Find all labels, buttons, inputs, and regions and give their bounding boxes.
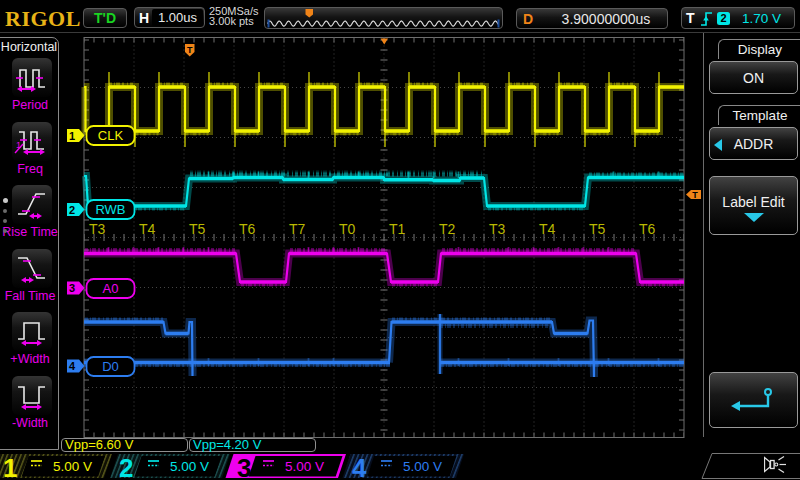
svg-text:T5: T5 xyxy=(589,221,606,237)
svg-text:T: T xyxy=(187,45,193,55)
svg-text:T7: T7 xyxy=(289,221,306,237)
svg-text:1: 1 xyxy=(69,130,75,142)
svg-text:T1: T1 xyxy=(389,221,406,237)
svg-text:CLK: CLK xyxy=(98,128,124,143)
svg-text:2: 2 xyxy=(119,453,133,480)
svg-text:5.00 V: 5.00 V xyxy=(285,459,324,474)
svg-text:T0: T0 xyxy=(339,221,356,237)
svg-text:RWB: RWB xyxy=(95,202,125,217)
svg-text:T5: T5 xyxy=(189,221,206,237)
svg-text:2: 2 xyxy=(69,204,75,216)
svg-text:5.00 V: 5.00 V xyxy=(403,459,442,474)
svg-text:4: 4 xyxy=(69,360,76,372)
svg-text:T4: T4 xyxy=(139,221,156,237)
svg-text:3: 3 xyxy=(237,453,251,480)
svg-text:T3: T3 xyxy=(489,221,506,237)
svg-text:5.00 V: 5.00 V xyxy=(53,459,92,474)
svg-text:T: T xyxy=(692,190,698,200)
svg-text:T6: T6 xyxy=(239,221,256,237)
svg-text:4: 4 xyxy=(352,453,367,480)
svg-text:T6: T6 xyxy=(639,221,656,237)
svg-text:D0: D0 xyxy=(102,359,119,374)
svg-text:T2: T2 xyxy=(439,221,456,237)
svg-text:T3: T3 xyxy=(89,221,106,237)
svg-text:3: 3 xyxy=(69,282,75,294)
svg-text:5.00 V: 5.00 V xyxy=(170,459,209,474)
svg-text:1: 1 xyxy=(3,453,17,480)
svg-text:A0: A0 xyxy=(103,281,119,296)
svg-text:T4: T4 xyxy=(539,221,556,237)
